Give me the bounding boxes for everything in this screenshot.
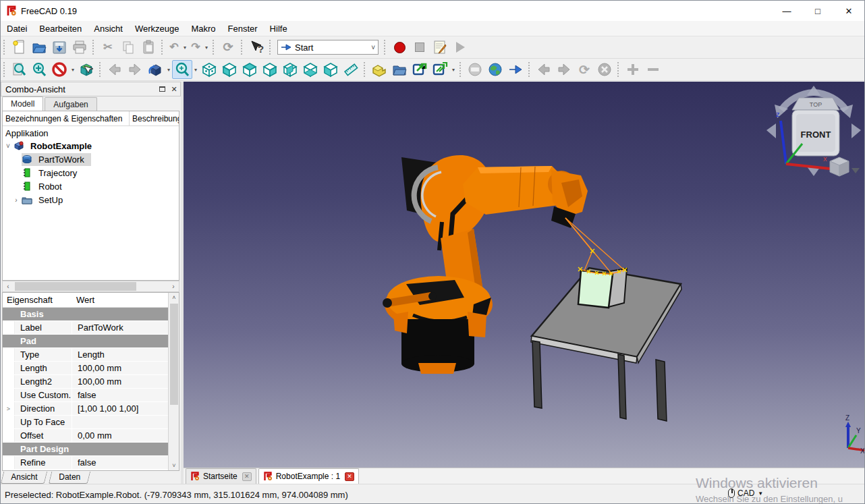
- zoom-tool-button[interactable]: [172, 60, 192, 79]
- browser-forward-button[interactable]: [554, 60, 574, 79]
- left-view-button[interactable]: [320, 60, 341, 79]
- create-part-button[interactable]: [369, 60, 389, 79]
- browser-stop-button[interactable]: [594, 60, 615, 79]
- scrollbar-thumb[interactable]: [170, 304, 178, 405]
- navigation-style-selector[interactable]: CAD ▼: [728, 488, 763, 498]
- fit-all-button[interactable]: [9, 60, 29, 79]
- macro-play-button[interactable]: [450, 38, 470, 57]
- bottom-view-button[interactable]: [300, 60, 320, 79]
- expand-open-icon[interactable]: ˅: [3, 142, 13, 150]
- whats-this-button[interactable]: ?: [246, 38, 267, 57]
- draw-style-button[interactable]: [49, 60, 69, 79]
- zoom-dropdown-icon[interactable]: ▾: [192, 67, 199, 73]
- property-row[interactable]: Up To Face: [3, 416, 169, 429]
- tree-item-label[interactable]: Robot: [36, 181, 65, 192]
- property-row[interactable]: Length100,00 mm: [3, 362, 169, 375]
- menu-makro[interactable]: Makro: [185, 22, 221, 36]
- scroll-left-icon[interactable]: ‹: [3, 283, 13, 290]
- maximize-icon[interactable]: □: [802, 1, 833, 21]
- property-row[interactable]: LabelPartToWork: [3, 321, 169, 335]
- toolbar-handle[interactable]: [384, 40, 387, 55]
- refresh-icon[interactable]: ⟳: [218, 38, 238, 57]
- column-header-value[interactable]: Wert: [72, 293, 169, 307]
- tree-item-label[interactable]: PartToWork: [36, 154, 87, 165]
- sync-view-dropdown-icon[interactable]: ▾: [165, 67, 172, 73]
- web-open-button[interactable]: [505, 60, 526, 79]
- paste-button[interactable]: [138, 38, 159, 57]
- right-view-button[interactable]: [260, 60, 280, 79]
- tab-robotexample[interactable]: RobotExample : 1 ✕: [258, 468, 359, 484]
- scroll-right-icon[interactable]: ›: [168, 283, 179, 290]
- close-icon[interactable]: ✕: [833, 1, 864, 21]
- menu-fenster[interactable]: Fenster: [222, 22, 264, 36]
- tree-header-labels[interactable]: Bezeichnungen & Eigenschaften: [3, 111, 130, 125]
- column-header-property[interactable]: Eigenschaft: [3, 293, 72, 307]
- 3d-viewport[interactable]: TOP FRONT z x: [184, 82, 865, 468]
- toolbar-handle[interactable]: [3, 40, 7, 55]
- scrollbar-thumb[interactable]: [15, 282, 136, 291]
- browser-back-button[interactable]: [534, 60, 554, 79]
- tree-item-document[interactable]: ˅ RobotExample: [3, 139, 179, 152]
- measure-distance-button[interactable]: [341, 60, 361, 79]
- rear-view-button[interactable]: [280, 60, 300, 79]
- tree-header-description[interactable]: Beschreibung: [130, 111, 179, 125]
- front-view-button[interactable]: [219, 60, 240, 79]
- tree-root-application[interactable]: Applikation: [3, 126, 179, 139]
- tab-modell[interactable]: Modell: [2, 96, 43, 111]
- property-row[interactable]: Refinefalse: [3, 456, 169, 470]
- combo-view-header[interactable]: Combo-Ansicht ✕: [1, 82, 181, 96]
- web-home-button[interactable]: [485, 60, 505, 79]
- tree-item-label[interactable]: Trajectory: [36, 167, 80, 179]
- box-selection-button[interactable]: [76, 60, 96, 79]
- make-link-button[interactable]: [410, 60, 430, 79]
- tree-item-robot[interactable]: Robot: [11, 179, 179, 193]
- tab-aufgaben[interactable]: Aufgaben: [45, 97, 96, 111]
- close-tab-icon[interactable]: ✕: [242, 472, 252, 481]
- scroll-down-icon[interactable]: ˅: [169, 462, 179, 469]
- property-group-row[interactable]: Pad: [3, 335, 169, 348]
- menu-datei[interactable]: Datei: [1, 22, 33, 36]
- expand-closed-icon[interactable]: ›: [11, 196, 22, 204]
- tree-item-setup[interactable]: › SetUp: [11, 193, 179, 206]
- redo-dropdown-icon[interactable]: ▾: [203, 45, 210, 51]
- sync-view-button[interactable]: [145, 60, 165, 79]
- toolbar-handle[interactable]: [459, 62, 463, 77]
- float-panel-icon[interactable]: [156, 84, 168, 94]
- draw-style-dropdown-icon[interactable]: ▾: [69, 67, 76, 73]
- zoom-out-button[interactable]: [643, 60, 663, 79]
- workbench-selector[interactable]: Start ˅: [277, 40, 379, 55]
- tree-horizontal-scrollbar[interactable]: ‹ ›: [2, 281, 179, 292]
- menu-ansicht[interactable]: Ansicht: [88, 22, 129, 36]
- web-stop-button[interactable]: [465, 60, 485, 79]
- macro-record-button[interactable]: [389, 38, 410, 57]
- menu-hilfe[interactable]: Hilfe: [264, 22, 294, 36]
- make-sub-link-button[interactable]: [430, 60, 450, 79]
- property-vertical-scrollbar[interactable]: ˄ ˅: [168, 293, 179, 470]
- tree-item-parttowork[interactable]: PartToWork: [11, 152, 179, 166]
- menu-bearbeiten[interactable]: Bearbeiten: [33, 22, 88, 36]
- axonometric-view-button[interactable]: [199, 60, 219, 79]
- toolbar-handle[interactable]: [364, 62, 367, 77]
- copy-button[interactable]: [118, 38, 138, 57]
- tab-startseite[interactable]: Startseite ✕: [186, 468, 256, 484]
- link-dropdown-icon[interactable]: ▾: [450, 67, 457, 73]
- macro-stop-button[interactable]: [410, 38, 430, 57]
- property-group-row[interactable]: Part Design: [3, 443, 169, 456]
- fit-selection-button[interactable]: [29, 60, 49, 79]
- zoom-in-button[interactable]: [623, 60, 643, 79]
- property-row[interactable]: Use Custom...false: [3, 389, 169, 402]
- minimize-icon[interactable]: —: [771, 1, 802, 21]
- toolbar-handle[interactable]: [269, 40, 273, 55]
- tree-item-label[interactable]: SetUp: [36, 194, 65, 206]
- undo-icon[interactable]: ↶: [167, 38, 182, 57]
- close-tab-icon[interactable]: ✕: [345, 472, 354, 481]
- macro-edit-button[interactable]: [430, 38, 450, 57]
- close-panel-icon[interactable]: ✕: [168, 84, 180, 94]
- browser-refresh-icon[interactable]: ⟳: [574, 60, 594, 79]
- scroll-up-icon[interactable]: ˄: [169, 294, 179, 301]
- property-row-direction[interactable]: >Direction[1,00 1,00 1,00]: [3, 402, 169, 416]
- open-file-button[interactable]: [29, 38, 49, 57]
- top-view-button[interactable]: [240, 60, 260, 79]
- tab-daten[interactable]: Daten: [49, 472, 91, 484]
- tree-item-trajectory[interactable]: Trajectory: [11, 166, 179, 179]
